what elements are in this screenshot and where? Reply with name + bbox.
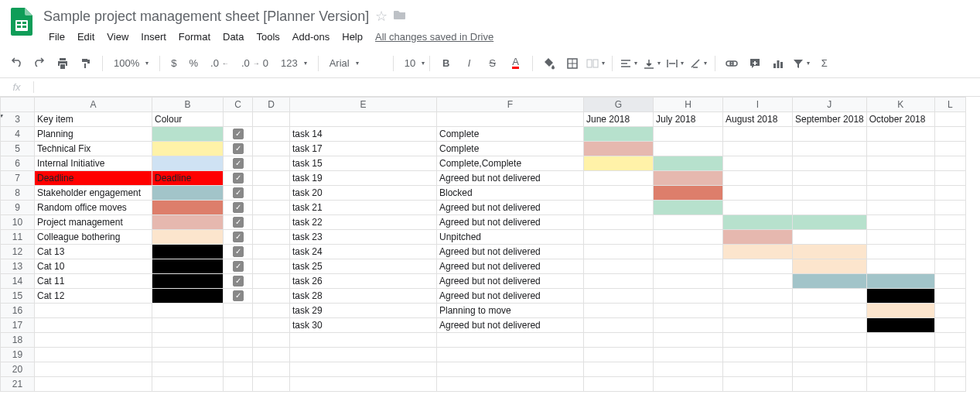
- cell-G7[interactable]: [584, 171, 654, 186]
- cell-H9[interactable]: [654, 201, 723, 215]
- cell-G12[interactable]: [584, 245, 654, 259]
- print-button[interactable]: [53, 53, 73, 74]
- cell-G20[interactable]: [584, 362, 654, 377]
- cell-I17[interactable]: [723, 318, 793, 333]
- cell-D16[interactable]: [253, 304, 290, 318]
- cell-B16[interactable]: [152, 304, 224, 318]
- cell-A6[interactable]: Internal Initiative: [35, 156, 152, 171]
- cell-E14[interactable]: task 26: [290, 274, 437, 289]
- cell-H19[interactable]: [654, 348, 723, 362]
- cell-A12[interactable]: Cat 13: [35, 245, 152, 259]
- cell-E10[interactable]: task 22: [290, 215, 437, 230]
- cell-E18[interactable]: [290, 333, 437, 348]
- cell-L11[interactable]: [934, 230, 965, 245]
- cell-J15[interactable]: [793, 289, 867, 304]
- cell-H3[interactable]: July 2018: [654, 112, 723, 127]
- cell-D8[interactable]: [253, 186, 290, 201]
- cell-L21[interactable]: [934, 377, 965, 392]
- cell-A7[interactable]: Deadline: [35, 171, 152, 186]
- cell-J9[interactable]: [793, 201, 867, 215]
- paint-format-button[interactable]: [76, 53, 96, 74]
- cell-G3[interactable]: June 2018: [584, 112, 654, 127]
- cell-B21[interactable]: [152, 377, 224, 392]
- cell-E4[interactable]: task 14: [290, 127, 437, 142]
- cell-B8[interactable]: [152, 186, 224, 201]
- cell-F18[interactable]: [437, 333, 584, 348]
- cell-C9[interactable]: ✓: [224, 201, 253, 215]
- cell-J18[interactable]: [793, 333, 867, 348]
- cell-L4[interactable]: [934, 127, 965, 142]
- cell-G18[interactable]: [584, 333, 654, 348]
- cell-I15[interactable]: [723, 289, 793, 304]
- col-header-G[interactable]: G: [584, 98, 654, 112]
- cell-A13[interactable]: Cat 10: [35, 259, 152, 274]
- cell-I16[interactable]: [723, 304, 793, 318]
- cell-C5[interactable]: ✓: [224, 142, 253, 156]
- cell-G19[interactable]: [584, 348, 654, 362]
- cell-K8[interactable]: [866, 186, 934, 201]
- cell-A14[interactable]: Cat 11: [35, 274, 152, 289]
- bold-button[interactable]: B: [436, 53, 456, 74]
- checkbox-icon[interactable]: ✓: [233, 187, 244, 198]
- cell-K12[interactable]: [866, 245, 934, 259]
- select-all-corner[interactable]: [1, 98, 35, 112]
- cell-K20[interactable]: [866, 362, 934, 377]
- checkbox-icon[interactable]: ✓: [233, 173, 244, 184]
- row-header-14[interactable]: 14: [1, 274, 35, 289]
- col-header-E[interactable]: E: [290, 98, 437, 112]
- cell-H16[interactable]: [654, 304, 723, 318]
- cell-L15[interactable]: [934, 289, 965, 304]
- cell-D15[interactable]: [253, 289, 290, 304]
- cell-D11[interactable]: [253, 230, 290, 245]
- cell-I6[interactable]: [723, 156, 793, 171]
- cell-H18[interactable]: [654, 333, 723, 348]
- cell-E15[interactable]: task 28: [290, 289, 437, 304]
- cell-F9[interactable]: Agreed but not delivered: [437, 201, 584, 215]
- cell-J4[interactable]: [793, 127, 867, 142]
- cell-G15[interactable]: [584, 289, 654, 304]
- cell-H7[interactable]: [654, 171, 723, 186]
- cell-F20[interactable]: [437, 362, 584, 377]
- cell-K11[interactable]: [866, 230, 934, 245]
- cell-J17[interactable]: [793, 318, 867, 333]
- font-select[interactable]: Arial: [325, 57, 387, 69]
- cell-D17[interactable]: [253, 318, 290, 333]
- row-header-8[interactable]: 8: [1, 186, 35, 201]
- cell-F4[interactable]: Complete: [437, 127, 584, 142]
- cell-B3[interactable]: Colour: [152, 112, 224, 127]
- cell-K18[interactable]: [866, 333, 934, 348]
- redo-button[interactable]: [29, 53, 50, 74]
- cell-K10[interactable]: [866, 215, 934, 230]
- row-header-11[interactable]: 11: [1, 230, 35, 245]
- col-header-C[interactable]: C: [224, 98, 253, 112]
- menu-help[interactable]: Help: [336, 28, 368, 46]
- cell-E9[interactable]: task 21: [290, 201, 437, 215]
- menu-insert[interactable]: Insert: [135, 28, 172, 46]
- increase-decimal-button[interactable]: .0→0: [237, 57, 273, 69]
- row-header-16[interactable]: 16: [1, 304, 35, 318]
- cell-C18[interactable]: [224, 333, 253, 348]
- decrease-decimal-button[interactable]: .0←: [206, 57, 234, 69]
- cell-B11[interactable]: [152, 230, 224, 245]
- cell-L9[interactable]: [934, 201, 965, 215]
- cell-A21[interactable]: [35, 377, 152, 392]
- menu-view[interactable]: View: [101, 28, 134, 46]
- cell-I10[interactable]: [723, 215, 793, 230]
- cell-H11[interactable]: [654, 230, 723, 245]
- cell-D4[interactable]: [253, 127, 290, 142]
- checkbox-icon[interactable]: ✓: [233, 217, 244, 228]
- cell-A16[interactable]: [35, 304, 152, 318]
- cell-K15[interactable]: [866, 289, 934, 304]
- cell-D13[interactable]: [253, 259, 290, 274]
- cell-F3[interactable]: [437, 112, 584, 127]
- cell-D19[interactable]: [253, 348, 290, 362]
- row-header-17[interactable]: 17: [1, 318, 35, 333]
- cell-K13[interactable]: [866, 259, 934, 274]
- cell-J20[interactable]: [793, 362, 867, 377]
- cell-I3[interactable]: August 2018: [723, 112, 793, 127]
- cell-E19[interactable]: [290, 348, 437, 362]
- col-header-A[interactable]: A: [35, 98, 152, 112]
- cell-K4[interactable]: [866, 127, 934, 142]
- cell-J6[interactable]: [793, 156, 867, 171]
- menu-add-ons[interactable]: Add-ons: [287, 28, 335, 46]
